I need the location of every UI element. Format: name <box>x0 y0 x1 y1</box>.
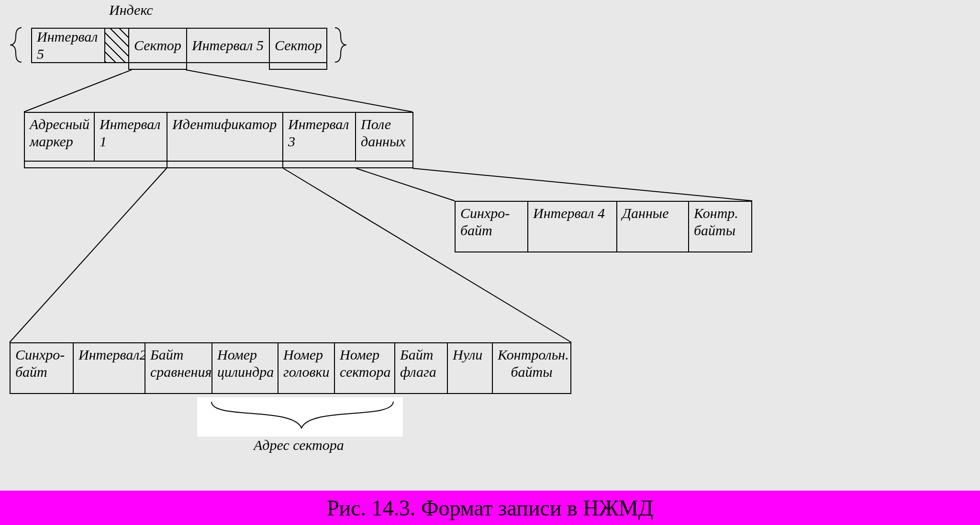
cell-text: байты <box>694 222 746 239</box>
cell-text: Интервал 3 <box>288 116 350 150</box>
cell-text: данных <box>361 133 408 150</box>
ubar-sector-b <box>269 63 327 70</box>
cell-text: Интервал 5 <box>192 37 264 54</box>
cell-cyl: Номер цилиндра <box>212 342 278 394</box>
ubar-row2-right <box>282 162 413 168</box>
cell-text: Идентификатор <box>172 116 278 133</box>
cell-text: цилиндра <box>217 363 273 381</box>
cell-text: байт <box>15 363 68 381</box>
brace-left-icon <box>10 28 22 62</box>
cell-data-r3: Данные <box>616 201 689 252</box>
cell-text: Байт <box>400 346 442 363</box>
cell-index-hatched <box>104 28 129 63</box>
cell-ctrl-r3: Контр. байты <box>688 201 752 252</box>
ubar-row2-left <box>24 162 167 168</box>
cell-text: Номер <box>283 346 329 363</box>
cell-text: Поле <box>361 116 408 133</box>
cell-text: сектора <box>340 363 390 381</box>
cell-text: Нули <box>453 346 487 363</box>
cell-zeros: Нули <box>447 342 493 394</box>
cell-text: маркер <box>30 133 89 150</box>
cell-text: байт <box>460 222 523 239</box>
cell-text: Интервал 5 <box>37 28 100 63</box>
cell-text: Интервал 1 <box>100 116 162 150</box>
cell-text: Контрольн. <box>498 346 566 363</box>
cell-text: головки <box>283 363 329 381</box>
cell-text: Контр. <box>694 205 746 222</box>
guide-line <box>186 70 412 112</box>
cell-text: Интервал2 <box>78 346 140 363</box>
cell-text: Адресный <box>30 116 89 133</box>
cell-interval3: Интервал 3 <box>282 112 356 162</box>
cell-flag: Байт флага <box>394 342 448 394</box>
guide-line <box>24 70 132 112</box>
cell-identifier: Идентификатор <box>167 112 283 162</box>
cell-ctrl-r4: Контрольн. байты <box>492 342 571 394</box>
caption-text: Рис. 14.3. Формат записи в НЖМД <box>327 495 653 521</box>
cell-interval2: Интервал2 <box>73 342 145 394</box>
cell-text: Сектор <box>134 37 181 54</box>
cell-text: флага <box>400 363 442 381</box>
guide-line <box>283 168 571 342</box>
cell-interval5a: Интервал 5 <box>31 28 105 63</box>
cell-sect: Номер сектора <box>334 342 395 394</box>
ubar-sector-a <box>128 63 187 70</box>
cell-interval1: Интервал 1 <box>94 112 167 162</box>
cell-interval5b: Интервал 5 <box>186 28 270 63</box>
cell-sync-r4: Синхро- байт <box>10 342 74 394</box>
caption-bar: Рис. 14.3. Формат записи в НЖМД <box>0 491 980 525</box>
label-sector-address: Адрес сектора <box>254 437 344 453</box>
cell-data-field: Поле данных <box>355 112 413 162</box>
cell-text: Интервал 4 <box>533 205 612 222</box>
white-brace-patch <box>197 397 403 437</box>
cell-text: Сектор <box>275 37 322 54</box>
cell-text: Данные <box>622 205 683 222</box>
cell-text: байты <box>498 363 566 381</box>
cell-text: Синхро- <box>15 346 68 363</box>
brace-right-icon <box>335 28 346 62</box>
ubar-identifier <box>167 162 283 168</box>
cell-head: Номер головки <box>278 342 335 394</box>
guide-line <box>356 168 455 201</box>
cell-text: сравнения <box>150 363 207 381</box>
cell-sync-r3: Синхро- байт <box>455 201 528 252</box>
cell-sector-a: Сектор <box>128 28 187 63</box>
overlay-svg <box>0 0 980 525</box>
cell-sector-b: Сектор <box>269 28 327 63</box>
guide-line <box>412 168 752 201</box>
cell-text: Номер <box>217 346 273 363</box>
cell-text: Байт <box>150 346 207 363</box>
guide-line <box>10 168 167 342</box>
cell-text: Синхро- <box>460 205 523 222</box>
cell-cmp-byte: Байт сравнения <box>145 342 212 394</box>
cell-text: Номер <box>340 346 390 363</box>
label-index: Индекс <box>109 2 153 18</box>
cell-interval4: Интервал 4 <box>527 201 617 252</box>
cell-addr-marker: Адресный маркер <box>24 112 95 162</box>
